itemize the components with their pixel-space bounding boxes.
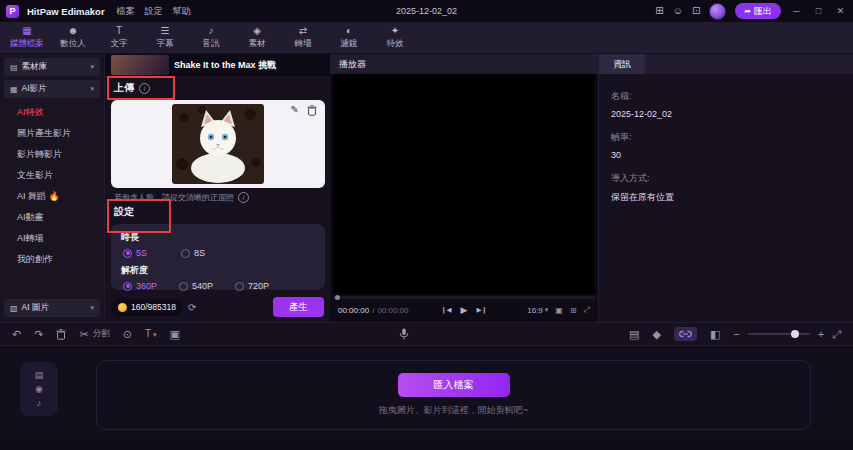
import-button[interactable]: 匯入檔案 (398, 373, 510, 397)
delete-icon[interactable] (56, 329, 66, 340)
speaker-icon[interactable]: ♪ (37, 398, 42, 408)
tab-subtitles[interactable]: ☰ 字幕 (144, 25, 186, 50)
caret-down-icon: ▾ (90, 85, 94, 93)
effects-icon: ✦ (391, 25, 399, 37)
app-window: P HitPaw Edimakor 檔案 設定 幫助 2025-12-02_02… (0, 0, 853, 450)
duration-option-8s[interactable]: 8S (181, 248, 205, 258)
menu-file[interactable]: 檔案 (117, 5, 135, 18)
menu-help[interactable]: 幫助 (173, 5, 191, 18)
trash-icon[interactable] (307, 105, 317, 118)
menu-bar: 檔案 設定 幫助 (117, 5, 191, 18)
duration-option-5s[interactable]: 5S (123, 248, 147, 258)
seek-bar[interactable] (333, 296, 595, 299)
ai-video-dropdown[interactable]: ▦ AI影片 ▾ (4, 80, 100, 98)
sidebar-item-text-to-video[interactable]: 文生影片 (4, 165, 100, 186)
marker-icon[interactable]: ⊙ (123, 329, 132, 340)
fit-timeline-icon[interactable]: ⤢ (832, 329, 841, 340)
tab-label: 素材 (249, 38, 266, 50)
resolution-option-720p[interactable]: 720P (235, 281, 269, 291)
previous-frame-icon[interactable]: ❙◀ (441, 306, 451, 314)
tab-label: 特效 (387, 38, 404, 50)
sidebar-item-list: AI特效 圖片產生影片 影片轉影片 文生影片 AI 舞蹈 🔥 AI動畫 AI轉場… (4, 102, 100, 270)
upload-section-header: 上傳 i (114, 81, 150, 95)
grid-view-icon[interactable]: ⊞ (570, 306, 577, 315)
player-options: 16:9 ▾ ▣ ⊞ ⤢ (527, 305, 590, 315)
menu-settings[interactable]: 設定 (145, 5, 163, 18)
film-track-icon[interactable]: ▤ (35, 370, 44, 380)
info-icon[interactable]: i (238, 192, 249, 203)
info-panel-header: 資訊 (599, 54, 853, 74)
ai-image-dropdown[interactable]: ▧ AI 圖片 ▾ (4, 299, 100, 317)
info-icon[interactable]: i (139, 83, 150, 94)
resolution-option-360p[interactable]: 360P (123, 281, 157, 291)
tab-audio[interactable]: ♪ 音訊 (190, 25, 232, 50)
eye-icon[interactable]: ◉ (35, 384, 43, 394)
refresh-icon[interactable]: ⟳ (188, 302, 196, 313)
tab-media[interactable]: ▦ 媒體檔案 (6, 25, 48, 50)
aspect-ratio-select[interactable]: 16:9 ▾ (527, 306, 548, 315)
play-icon[interactable]: ▶ (461, 305, 468, 315)
tab-info[interactable]: 資訊 (599, 54, 645, 74)
stickers-icon: ◈ (253, 25, 261, 37)
tab-filters[interactable]: ◐ 濾鏡 (328, 25, 370, 50)
split-button[interactable]: ✂ 分割 (79, 328, 109, 341)
sidebar-item-ai-transition[interactable]: AI轉場 (4, 228, 100, 249)
redo-icon[interactable]: ↷ (34, 329, 43, 340)
mic-icon[interactable] (399, 328, 409, 340)
zoom-controls: − + ⤢ (733, 328, 841, 340)
zoom-in-icon[interactable]: + (818, 328, 824, 340)
tab-label: 媒體檔案 (10, 38, 44, 50)
sidebar-item-ai-dance[interactable]: AI 舞蹈 🔥 (4, 186, 100, 207)
library-icon: ▤ (10, 63, 18, 72)
keyframe-icon[interactable]: ◆ (652, 329, 660, 340)
library-dropdown[interactable]: ▤ 素材庫 ▾ (4, 58, 100, 76)
maximize-button[interactable]: □ (812, 6, 825, 16)
crop-icon[interactable]: ▣ (170, 329, 180, 340)
zoom-slider[interactable] (748, 333, 810, 335)
radio-selected-icon (123, 249, 132, 258)
total-time: 00:00:00 (377, 306, 408, 315)
sidebar-item-video-to-video[interactable]: 影片轉影片 (4, 144, 100, 165)
app-logo-icon: P (6, 5, 19, 18)
media-dropzone[interactable]: 匯入檔案 拖曳圖片、影片到這裡，開始剪輯吧~ (96, 360, 811, 430)
ai-video-icon: ▦ (10, 85, 18, 94)
apps-icon[interactable]: ⊞ (655, 6, 663, 16)
tab-effects[interactable]: ✦ 特效 (374, 25, 416, 50)
widget-icon[interactable]: ⊡ (692, 6, 700, 16)
link-icon[interactable] (674, 327, 697, 341)
close-button[interactable]: ✕ (834, 6, 847, 16)
tracks-icon[interactable]: ▤ (629, 329, 639, 340)
caret-down-icon: ▾ (545, 306, 549, 314)
ai-effects-panel: Shake It to the Max 挑戰 上傳 i ✎ (104, 54, 330, 322)
info-panel: 資訊 名稱: 2025-12-02_02 幀率: 30 導入方式: 保留在原有位… (598, 54, 853, 322)
export-button[interactable]: ➦ 匯出 (735, 3, 781, 19)
zoom-slider-knob[interactable] (791, 330, 799, 338)
edit-icon[interactable]: ✎ (291, 105, 299, 115)
next-frame-icon[interactable]: ▶❙ (476, 306, 486, 314)
sidebar-item-image-to-video[interactable]: 圖片產生影片 (4, 123, 100, 144)
snapshot-icon[interactable]: ▣ (555, 306, 563, 315)
sidebar-item-my-creations[interactable]: 我的創作 (4, 249, 100, 270)
tab-digital-human[interactable]: ☻ 數位人 (52, 25, 94, 50)
sidebar-item-ai-effects[interactable]: AI特效 (4, 102, 100, 123)
minimize-button[interactable]: ─ (790, 6, 803, 16)
user-avatar[interactable] (709, 3, 726, 20)
preview-mode-icon[interactable]: ◧ (710, 329, 720, 340)
fullscreen-icon[interactable]: ⤢ (584, 305, 590, 315)
featured-template[interactable]: Shake It to the Max 挑戰 (105, 54, 330, 76)
zoom-out-icon[interactable]: − (733, 328, 739, 340)
video-preview[interactable] (333, 74, 595, 294)
resolution-option-540p[interactable]: 540P (179, 281, 213, 291)
tab-transitions[interactable]: ⇄ 轉場 (282, 25, 324, 50)
sidebar-item-ai-animation[interactable]: AI動畫 (4, 207, 100, 228)
tab-text[interactable]: T 文字 (98, 25, 140, 50)
settings-card: 時長 5S 8S 解析度 360P (111, 224, 325, 290)
ai-image-label: AI 圖片 (22, 302, 49, 314)
tab-stickers[interactable]: ◈ 素材 (236, 25, 278, 50)
undo-icon[interactable]: ↶ (12, 329, 21, 340)
text-tool-button[interactable]: T ▾ (145, 329, 157, 339)
playhead-dot[interactable] (335, 295, 340, 300)
feedback-icon[interactable]: ☺ (673, 6, 683, 16)
radio-selected-icon (123, 282, 132, 291)
generate-button[interactable]: 產生 (273, 297, 324, 317)
